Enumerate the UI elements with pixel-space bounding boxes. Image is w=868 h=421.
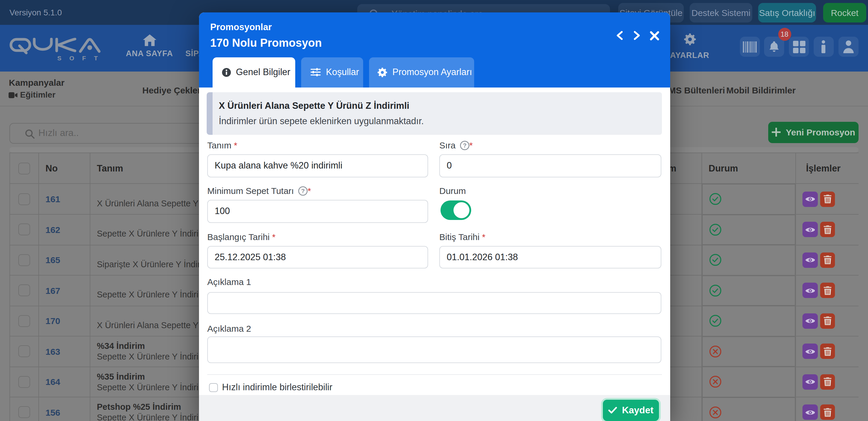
svg-text:?: ? <box>301 188 305 194</box>
svg-text:?: ? <box>463 142 466 149</box>
